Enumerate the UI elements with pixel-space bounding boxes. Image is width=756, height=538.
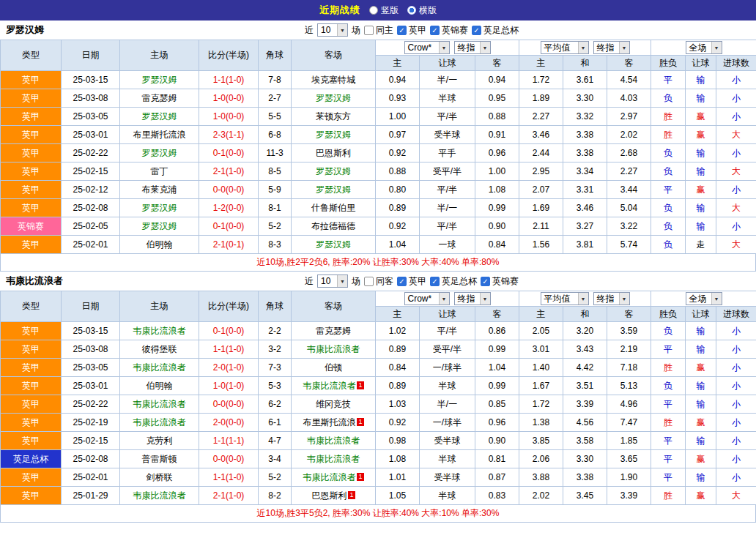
cell-away-team[interactable]: 巴恩斯利 bbox=[292, 144, 376, 162]
league-filter-1[interactable]: ✓英甲 bbox=[397, 275, 426, 288]
cell-away-team[interactable]: 雷克瑟姆 bbox=[292, 322, 376, 340]
team-link[interactable]: 雷丁 bbox=[151, 166, 168, 176]
team-link[interactable]: 布莱克浦 bbox=[142, 184, 177, 195]
cell-home-team[interactable]: 罗瑟汉姆 bbox=[120, 108, 199, 126]
scope-select[interactable]: 全场▼ bbox=[686, 41, 722, 54]
cell-home-team[interactable]: 韦康比流浪者 bbox=[120, 395, 199, 414]
league-filter-2[interactable]: ✓英锦赛 bbox=[430, 24, 468, 37]
average-select[interactable]: 平均值▼ bbox=[541, 41, 589, 54]
cell-home-team[interactable]: 彼得堡联 bbox=[120, 340, 199, 359]
team-link[interactable]: 雷克瑟姆 bbox=[316, 326, 351, 336]
team-link[interactable]: 巴恩斯利 bbox=[316, 148, 351, 158]
scope-select[interactable]: 全场▼ bbox=[686, 292, 722, 305]
team-link[interactable]: 韦康比流浪者 bbox=[133, 399, 186, 409]
same-venue-filter[interactable]: 同客 bbox=[364, 275, 393, 288]
checkbox-unchecked-icon[interactable] bbox=[364, 26, 374, 35]
cell-away-team[interactable]: 布拉德福德 bbox=[292, 217, 376, 236]
radio-selected-icon[interactable] bbox=[407, 6, 416, 15]
cell-home-team[interactable]: 韦康比流浪者 bbox=[120, 487, 199, 505]
recent-count-select[interactable]: 10▼ bbox=[317, 23, 348, 37]
team-link[interactable]: 罗瑟汉姆 bbox=[316, 239, 351, 250]
team-link[interactable]: 布拉德福德 bbox=[311, 221, 355, 231]
cell-home-team[interactable]: 罗瑟汉姆 bbox=[120, 71, 199, 89]
team-link[interactable]: 布里斯托流浪 bbox=[133, 130, 186, 140]
cell-home-team[interactable]: 普雷斯顿 bbox=[120, 450, 199, 468]
checkbox-unchecked-icon[interactable] bbox=[364, 277, 374, 286]
cell-home-team[interactable]: 罗瑟汉姆 bbox=[120, 217, 199, 236]
cell-home-team[interactable]: 剑桥联 bbox=[120, 468, 199, 487]
cell-home-team[interactable]: 雷丁 bbox=[120, 162, 199, 181]
cell-home-team[interactable]: 罗瑟汉姆 bbox=[120, 144, 199, 162]
team-link[interactable]: 韦康比流浪者 bbox=[133, 362, 186, 373]
league-filter-2[interactable]: ✓英足总杯 bbox=[430, 275, 477, 288]
league-filter-1[interactable]: ✓英甲 bbox=[397, 24, 426, 37]
cell-away-team[interactable]: 布里斯托流浪1 bbox=[292, 414, 376, 432]
team-link[interactable]: 彼得堡联 bbox=[142, 344, 177, 354]
odds-stage-select[interactable]: 终指▼ bbox=[454, 41, 491, 54]
team-link[interactable]: 罗瑟汉姆 bbox=[316, 166, 351, 176]
cell-away-team[interactable]: 罗瑟汉姆 bbox=[292, 181, 376, 199]
avg-stage-select[interactable]: 终指▼ bbox=[593, 41, 630, 54]
radio-unselected-icon[interactable] bbox=[369, 6, 378, 15]
team-link[interactable]: 布里斯托流浪 bbox=[303, 417, 355, 427]
checkbox-checked-icon[interactable]: ✓ bbox=[397, 277, 407, 286]
bookmaker-select[interactable]: Crow*▼ bbox=[404, 292, 450, 305]
team-link[interactable]: 韦康比流浪者 bbox=[307, 454, 360, 464]
average-select[interactable]: 平均值▼ bbox=[541, 292, 589, 305]
team-link[interactable]: 罗瑟汉姆 bbox=[316, 130, 351, 140]
cell-away-team[interactable]: 罗瑟汉姆 bbox=[292, 236, 376, 254]
cell-home-team[interactable]: 罗瑟汉姆 bbox=[120, 199, 199, 217]
cell-away-team[interactable]: 罗瑟汉姆 bbox=[292, 162, 376, 181]
team-link[interactable]: 罗瑟汉姆 bbox=[142, 148, 177, 158]
version-radio-2[interactable]: 横版 bbox=[407, 4, 437, 17]
league-filter-3[interactable]: ✓英足总杯 bbox=[472, 24, 519, 37]
team-link[interactable]: 韦康比流浪者 bbox=[133, 326, 186, 336]
team-link[interactable]: 巴恩斯利 bbox=[311, 490, 346, 501]
cell-away-team[interactable]: 伯顿 bbox=[292, 359, 376, 377]
cell-away-team[interactable]: 罗瑟汉姆 bbox=[292, 89, 376, 108]
team-link[interactable]: 罗瑟汉姆 bbox=[316, 184, 351, 195]
checkbox-checked-icon[interactable]: ✓ bbox=[430, 277, 440, 286]
team-link[interactable]: 韦康比流浪者 bbox=[307, 344, 360, 354]
same-venue-filter[interactable]: 同主 bbox=[364, 24, 393, 37]
cell-away-team[interactable]: 罗瑟汉姆 bbox=[292, 126, 376, 144]
cell-away-team[interactable]: 巴恩斯利1 bbox=[292, 487, 376, 505]
cell-home-team[interactable]: 韦康比流浪者 bbox=[120, 359, 199, 377]
team-link[interactable]: 韦康比流浪者 bbox=[133, 417, 186, 427]
version-radio-1[interactable]: 竖版 bbox=[369, 4, 399, 17]
team-link[interactable]: 伯明翰 bbox=[147, 381, 173, 391]
odds-stage-select[interactable]: 终指▼ bbox=[454, 292, 491, 305]
checkbox-checked-icon[interactable]: ✓ bbox=[430, 26, 440, 35]
team-link[interactable]: 剑桥联 bbox=[147, 472, 173, 482]
team-link[interactable]: 雷克瑟姆 bbox=[142, 93, 177, 103]
checkbox-checked-icon[interactable]: ✓ bbox=[481, 277, 490, 286]
team-link[interactable]: 罗瑟汉姆 bbox=[142, 203, 177, 213]
cell-away-team[interactable]: 韦康比流浪者 bbox=[292, 340, 376, 359]
recent-count-select[interactable]: 10▼ bbox=[317, 274, 348, 288]
cell-away-team[interactable]: 莱顿东方 bbox=[292, 108, 376, 126]
team-link[interactable]: 罗瑟汉姆 bbox=[142, 221, 177, 231]
cell-away-team[interactable]: 什鲁斯伯里 bbox=[292, 199, 376, 217]
team-link[interactable]: 埃克塞特城 bbox=[311, 75, 355, 85]
team-link[interactable]: 伯明翰 bbox=[147, 239, 173, 250]
cell-home-team[interactable]: 布里斯托流浪 bbox=[120, 126, 199, 144]
team-link[interactable]: 什鲁斯伯里 bbox=[311, 203, 355, 213]
team-link[interactable]: 韦康比流浪者 bbox=[303, 472, 355, 482]
team-link[interactable]: 伯顿 bbox=[325, 362, 342, 373]
league-filter-3[interactable]: ✓英锦赛 bbox=[481, 275, 519, 288]
cell-home-team[interactable]: 韦康比流浪者 bbox=[120, 322, 199, 340]
team-link[interactable]: 韦康比流浪者 bbox=[307, 436, 360, 446]
cell-away-team[interactable]: 埃克塞特城 bbox=[292, 71, 376, 89]
team-link[interactable]: 罗瑟汉姆 bbox=[316, 93, 351, 103]
team-link[interactable]: 罗瑟汉姆 bbox=[142, 75, 177, 85]
cell-home-team[interactable]: 伯明翰 bbox=[120, 236, 199, 254]
cell-home-team[interactable]: 克劳利 bbox=[120, 432, 199, 450]
team-link[interactable]: 普雷斯顿 bbox=[142, 454, 177, 464]
cell-home-team[interactable]: 雷克瑟姆 bbox=[120, 89, 199, 108]
avg-stage-select[interactable]: 终指▼ bbox=[593, 292, 630, 305]
team-link[interactable]: 罗瑟汉姆 bbox=[142, 111, 177, 122]
team-link[interactable]: 克劳利 bbox=[147, 436, 173, 446]
cell-home-team[interactable]: 韦康比流浪者 bbox=[120, 414, 199, 432]
cell-away-team[interactable]: 韦康比流浪者1 bbox=[292, 377, 376, 395]
team-link[interactable]: 莱顿东方 bbox=[316, 111, 351, 122]
